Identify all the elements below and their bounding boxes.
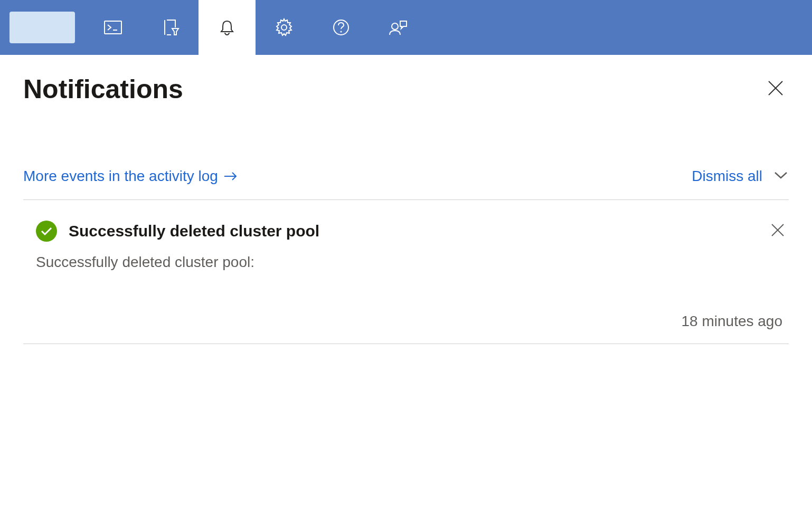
expand-button[interactable] [773, 170, 789, 182]
checkmark-icon [40, 226, 53, 236]
notification-title: Successfully deleted cluster pool [69, 222, 319, 240]
close-panel-button[interactable] [762, 75, 789, 103]
cloud-shell-button[interactable] [84, 0, 141, 55]
svg-point-2 [281, 25, 287, 30]
feedback-button[interactable] [370, 0, 427, 55]
dismiss-notification-button[interactable] [767, 219, 789, 243]
dismiss-all-link[interactable]: Dismiss all [692, 168, 762, 185]
more-events-label: More events in the activity log [23, 168, 218, 185]
notification-body: Successfully deleted cluster pool: [36, 254, 789, 271]
topbar [0, 0, 812, 55]
more-events-link[interactable]: More events in the activity log [23, 168, 238, 185]
notifications-button[interactable] [199, 0, 256, 55]
svg-rect-0 [105, 21, 121, 34]
notification-header: Successfully deleted cluster pool [36, 219, 789, 243]
help-icon [331, 17, 352, 38]
notification-header-left: Successfully deleted cluster pool [36, 221, 319, 242]
search-area [0, 0, 84, 55]
help-button[interactable] [313, 0, 370, 55]
arrow-right-icon [223, 171, 238, 182]
svg-point-5 [392, 23, 398, 30]
bell-icon [216, 17, 238, 38]
dismiss-all-group: Dismiss all [692, 168, 789, 185]
settings-button[interactable] [256, 0, 313, 55]
notification-timestamp: 18 minutes ago [36, 313, 789, 330]
close-icon [767, 79, 785, 97]
terminal-icon [102, 17, 124, 38]
gear-icon [273, 17, 295, 38]
notifications-panel: Notifications More events in the activit… [0, 55, 812, 363]
svg-point-4 [341, 31, 342, 33]
close-icon [770, 222, 786, 238]
directory-filter-button[interactable] [141, 0, 199, 55]
panel-title: Notifications [23, 74, 183, 104]
chevron-down-icon [773, 170, 789, 180]
filter-book-icon [159, 17, 181, 38]
panel-actions: More events in the activity log Dismiss … [23, 168, 789, 200]
success-status-icon [36, 221, 57, 242]
person-feedback-icon [388, 17, 409, 38]
panel-header: Notifications [23, 74, 789, 104]
notification-item: Successfully deleted cluster pool Succes… [23, 200, 789, 344]
search-input[interactable] [10, 12, 75, 43]
